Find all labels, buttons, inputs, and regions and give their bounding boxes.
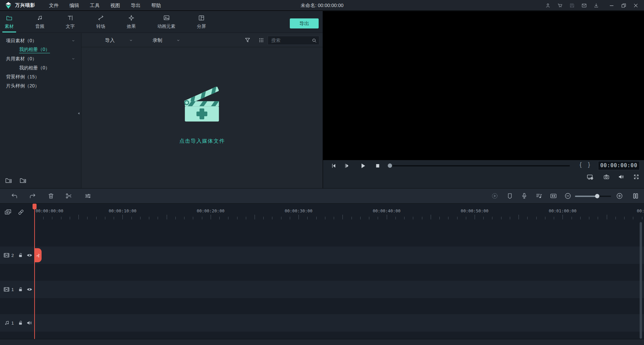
lock-icon[interactable] xyxy=(17,252,23,258)
mark-out-button[interactable]: } xyxy=(588,161,590,168)
seek-slider[interactable] xyxy=(388,165,570,166)
tab-elements[interactable]: 动画元素 xyxy=(157,11,175,32)
import-button[interactable]: 导入 xyxy=(105,33,115,47)
tab-transition[interactable]: 转场 xyxy=(96,11,105,32)
menu-help[interactable]: 帮助 xyxy=(146,2,166,9)
sidebar-item-my-album-selected[interactable]: 我的相册（0） xyxy=(0,45,81,54)
chevron-down-icon[interactable] xyxy=(71,56,76,61)
export-button[interactable]: 导出 xyxy=(290,18,319,28)
voiceover-mic-button[interactable] xyxy=(521,192,528,200)
user-icon[interactable] xyxy=(545,3,551,8)
stop-button[interactable] xyxy=(374,162,381,169)
menu-view[interactable]: 视图 xyxy=(105,2,125,9)
add-media-icon[interactable] xyxy=(4,208,12,216)
ruler-tick xyxy=(105,217,105,219)
display-settings-icon[interactable] xyxy=(587,174,594,181)
render-preview-button[interactable] xyxy=(491,192,498,200)
folder-plus-icon[interactable] xyxy=(5,177,12,184)
ruler-label: 00:00:40:00 xyxy=(373,208,400,213)
sidebar-item-intro-samples[interactable]: 片头样例（20） xyxy=(0,81,81,90)
effects-star-icon xyxy=(128,14,135,21)
ruler-tick xyxy=(360,217,361,219)
adjust-button[interactable] xyxy=(84,192,92,200)
fit-timeline-button[interactable] xyxy=(550,192,557,200)
link-icon[interactable] xyxy=(17,209,24,216)
download-icon[interactable] xyxy=(593,3,599,8)
ruler-tick xyxy=(122,215,123,219)
tab-effects[interactable]: 效果 xyxy=(127,11,136,32)
timeline-vertical-scrollbar[interactable] xyxy=(640,222,642,339)
timeline-bottom-bar[interactable] xyxy=(0,339,644,345)
mark-in-button[interactable]: { xyxy=(580,161,582,168)
search-input[interactable] xyxy=(268,38,312,43)
undo-button[interactable] xyxy=(11,192,18,200)
menu-export[interactable]: 导出 xyxy=(125,2,146,9)
import-chevron-icon[interactable] xyxy=(128,38,133,43)
timeline-ruler[interactable]: 00:00:00:0000:00:10:0000:00:20:0000:00:3… xyxy=(0,204,644,221)
lock-icon[interactable] xyxy=(17,286,23,292)
tab-media[interactable]: 素材 xyxy=(5,11,14,32)
fullscreen-icon[interactable] xyxy=(633,174,640,180)
zoom-out-button[interactable] xyxy=(564,192,572,200)
filter-funnel-icon[interactable] xyxy=(244,37,251,44)
ruler-tick xyxy=(580,217,581,219)
search-icon[interactable] xyxy=(312,38,317,43)
sidebar-item-background-samples[interactable]: 背景样例（15） xyxy=(0,72,81,81)
zoom-slider[interactable] xyxy=(575,196,611,197)
ruler-tick xyxy=(369,217,369,219)
volume-icon[interactable] xyxy=(618,174,625,180)
record-chevron-icon[interactable] xyxy=(176,38,181,43)
ruler-tick xyxy=(43,217,44,219)
track-manager-button[interactable] xyxy=(632,192,639,200)
track-lane-video-1[interactable]: 1 xyxy=(0,281,644,298)
sidebar-item-label: 我的相册（0） xyxy=(19,47,50,53)
marker-button[interactable] xyxy=(506,192,514,200)
folder-x-icon[interactable] xyxy=(19,177,27,184)
ruler-tick xyxy=(272,217,272,219)
redo-button[interactable] xyxy=(29,192,36,200)
lock-icon[interactable] xyxy=(17,320,23,326)
menu-edit[interactable]: 编辑 xyxy=(64,2,85,9)
close-button[interactable] xyxy=(633,3,639,8)
play-button[interactable] xyxy=(359,162,367,169)
sidebar-item-label: 我的相册（0） xyxy=(19,65,50,71)
track-lane-video-2[interactable]: 2 xyxy=(0,247,644,264)
previous-frame-button[interactable] xyxy=(330,162,337,169)
delete-button[interactable] xyxy=(47,192,55,200)
record-button[interactable]: 录制 xyxy=(153,33,162,47)
tab-text[interactable]: 文字 xyxy=(66,11,75,32)
track-lane-audio-1[interactable]: 1 xyxy=(0,314,644,332)
save-icon[interactable] xyxy=(569,3,575,8)
audio-mixer-button[interactable] xyxy=(535,192,543,200)
sidebar-item-project-media[interactable]: 项目素材（0） xyxy=(0,36,81,45)
library-sidebar: 项目素材（0） 我的相册（0） 共用素材（0） 我的相册（0） 背景样例（15） xyxy=(0,33,81,188)
mail-icon[interactable] xyxy=(581,3,587,8)
zoom-slider-thumb[interactable] xyxy=(595,194,599,198)
menu-file[interactable]: 文件 xyxy=(44,2,64,9)
import-media-dropzone[interactable]: 点击导入媒体文件 xyxy=(177,87,228,145)
playhead-scissors-badge[interactable] xyxy=(35,248,42,262)
sidebar-item-my-album[interactable]: 我的相册（0） xyxy=(0,63,81,72)
chevron-down-icon[interactable] xyxy=(71,38,76,43)
menu-tools[interactable]: 工具 xyxy=(85,2,105,9)
grid-view-icon[interactable] xyxy=(258,37,264,43)
minimize-button[interactable] xyxy=(609,3,614,8)
zoom-in-button[interactable] xyxy=(616,192,623,200)
eye-icon[interactable] xyxy=(26,252,33,259)
ruler-tick xyxy=(52,217,52,219)
next-frame-button[interactable] xyxy=(343,162,350,169)
collapse-panel-handle[interactable] xyxy=(77,111,81,116)
tab-split-screen[interactable]: 分屏 xyxy=(197,11,206,32)
ruler-tick xyxy=(492,217,492,219)
seek-slider-thumb[interactable] xyxy=(388,163,392,168)
sidebar-item-shared-media[interactable]: 共用素材（0） xyxy=(0,54,81,63)
maximize-button[interactable] xyxy=(621,3,627,8)
snapshot-camera-icon[interactable] xyxy=(603,174,610,180)
tab-audio[interactable]: 音频 xyxy=(35,11,44,32)
speaker-icon[interactable] xyxy=(26,320,33,326)
split-scissors-button[interactable] xyxy=(65,192,72,200)
eye-icon[interactable] xyxy=(26,286,33,293)
cart-icon[interactable] xyxy=(557,3,563,8)
playhead-handle[interactable] xyxy=(33,204,37,209)
ruler-tick xyxy=(281,217,281,219)
